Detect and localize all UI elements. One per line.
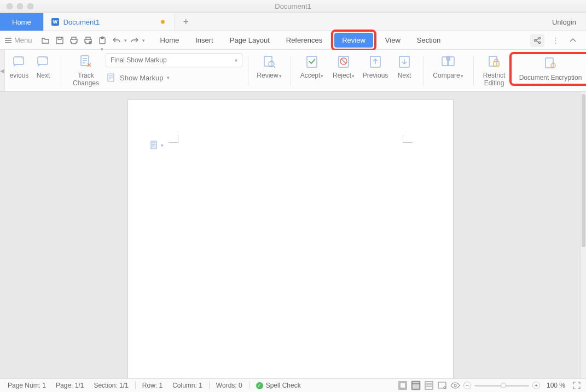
svg-point-32 [454,384,456,387]
undo-icon[interactable] [111,34,123,46]
page-options-button[interactable]: ▾ [150,141,164,150]
zoom-level[interactable]: 100 % [543,382,568,389]
menu-review[interactable]: Review [334,33,373,48]
menu-home[interactable]: Home [153,33,187,48]
zoom-in-button[interactable]: + [532,382,540,389]
margin-corner-tr-icon [403,135,413,143]
svg-rect-25 [151,141,156,149]
eye-protection-icon[interactable] [450,381,460,390]
view-print-layout-icon[interactable] [398,381,408,390]
side-panel-toggle[interactable]: ◀ [0,50,5,91]
track-changes-dropdown-icon[interactable]: ▾ [101,46,103,52]
reject-label: Reject [333,72,351,79]
print-preview-icon[interactable] [82,34,94,46]
status-page-num[interactable]: Page Num: 1 [4,382,49,389]
svg-rect-22 [494,62,499,66]
chevron-down-icon: ▾ [161,143,164,148]
group-comments-nav: evious Next [6,53,61,91]
fit-page-icon[interactable] [572,381,582,390]
status-column[interactable]: Column: 1 [169,382,206,389]
new-tab-button[interactable]: + [175,13,197,31]
accept-label: Accept [300,72,321,79]
spell-check-icon: ✓ [256,382,263,389]
previous-change-label: Previous [363,72,388,79]
view-web-layout-icon[interactable] [411,381,421,390]
menu-insert[interactable]: Insert [188,33,221,48]
zoom-slider[interactable] [474,385,529,387]
scrollbar-thumb[interactable] [582,94,585,247]
undo-dropdown-icon[interactable]: ▾ [124,38,127,43]
spell-check-button[interactable]: ✓ Spell Check [253,382,304,389]
previous-comment-label: evious [10,72,29,79]
status-words[interactable]: Words: 0 [213,382,246,389]
menu-label[interactable]: Menu [14,36,32,44]
restrict-editing-button[interactable]: Restrict Editing [479,53,509,87]
compare-dropdown-icon: ▾ [461,73,463,79]
status-right: − + 100 % [398,381,582,390]
vertical-scrollbar[interactable] [581,92,586,378]
svg-point-4 [534,39,536,41]
highlight-document-encryption: Document Encryption [509,52,586,86]
login-label: Unlogin [552,18,576,26]
menu-view[interactable]: View [378,33,408,48]
next-comment-button[interactable]: Next [31,53,55,79]
tab-spacer [197,13,542,31]
menu-section[interactable]: Section [409,33,448,48]
more-icon[interactable]: ⋮ [549,34,561,46]
login-button[interactable]: Unlogin [542,13,586,31]
menu-references[interactable]: References [279,33,330,48]
status-divider [209,382,210,389]
status-divider [135,382,136,389]
redo-dropdown-icon[interactable]: ▾ [142,38,145,43]
view-outline-icon[interactable] [424,381,434,390]
display-mode-combo[interactable]: Final Show Markup ▾ [106,53,242,67]
save-icon[interactable] [54,34,66,46]
accept-button[interactable]: Accept▾ [296,53,328,80]
zoom-out-button[interactable]: − [463,382,471,389]
track-changes-label: Track Changes [73,72,99,87]
share-button[interactable] [530,34,544,47]
status-section[interactable]: Section: 1/1 [90,382,131,389]
compare-button[interactable]: Compare▾ [428,53,468,80]
restrict-editing-label: Restrict Editing [483,72,506,87]
view-reading-icon[interactable] [437,381,447,390]
svg-rect-27 [400,383,405,388]
open-icon[interactable] [39,34,51,46]
document-icon: W [51,18,59,26]
collapse-ribbon-icon[interactable] [567,34,579,46]
svg-point-31 [444,387,446,389]
status-page[interactable]: Page: 1/1 [53,382,87,389]
status-bar: Page Num: 1 Page: 1/1 Section: 1/1 Row: … [0,378,586,392]
svg-point-6 [538,42,540,43]
titlebar: Document1 [0,0,586,13]
previous-comment-button[interactable]: evious [7,53,31,79]
menu-page-layout[interactable]: Page Layout [222,33,277,48]
document-encryption-button[interactable]: Document Encryption [513,55,586,81]
tab-document[interactable]: W Document1 [44,13,175,31]
redo-icon[interactable] [129,34,141,46]
reject-dropdown-icon: ▾ [352,73,355,79]
show-markup-button[interactable]: Show Markup ▾ [106,71,242,85]
accept-dropdown-icon: ▾ [321,73,323,79]
group-tracking: Track Changes ▾ Final Show Markup ▾ Show… [61,53,248,91]
group-compare: Compare▾ [423,53,473,91]
reject-button[interactable]: Reject▾ [328,53,359,80]
review-button[interactable]: Review▾ [253,53,285,80]
next-change-button[interactable]: Next [391,53,417,79]
document-page[interactable]: ▾ [127,100,454,378]
next-comment-label: Next [37,72,50,79]
markup-column: Final Show Markup ▾ Show Markup ▾ [106,53,242,85]
hamburger-icon[interactable] [3,36,13,45]
paste-icon[interactable] [96,34,108,46]
zoom-slider-thumb[interactable] [501,383,506,388]
menu-right-cluster: ⋮ [530,34,583,47]
track-changes-button[interactable]: Track Changes ▾ [66,53,106,87]
status-row[interactable]: Row: 1 [139,382,166,389]
window-title: Document1 [0,2,586,10]
tab-document-label: Document1 [63,18,100,26]
tab-home[interactable]: Home [0,13,44,31]
previous-change-button[interactable]: Previous [359,53,391,79]
print-icon[interactable] [68,34,80,46]
svg-rect-21 [489,56,497,66]
menu-row: Menu ▾ ▾ Home Insert Page Layout Referen… [0,31,586,50]
